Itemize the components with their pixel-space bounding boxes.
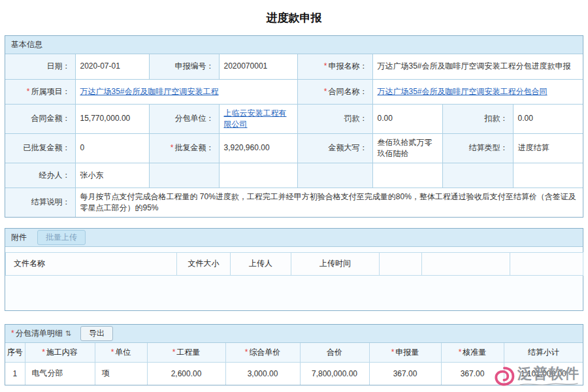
attachments-body: 文件名称 文件大小 上传人 上传时间 — [5, 247, 583, 310]
required-icon: * — [245, 348, 248, 357]
form-row-project: *所属项目： 万达广场35#会所及咖啡厅空调安装工程 *合同名称： 万达广场35… — [5, 79, 583, 104]
batch-upload-button[interactable]: 批量上传 — [37, 230, 86, 245]
empty-label-cell — [442, 163, 513, 188]
subcontract-unit-value: 上临云安装工程有限公司 — [219, 104, 297, 133]
basic-info-table: 日期： 2020-07-01 申报编号： 2020070001 *申报名称： 万… — [5, 54, 583, 217]
penalty-value: 0.00 — [372, 104, 442, 133]
empty-value-cell — [372, 163, 442, 188]
contract-name-value: 万达广场35#会所及咖啡厅空调安装工程分包合同 — [372, 79, 583, 104]
project-link[interactable]: 万达广场35#会所及咖啡厅空调安装工程 — [80, 87, 219, 96]
required-icon: * — [42, 348, 45, 357]
required-icon: * — [324, 87, 327, 96]
penalty-label: 罚款： — [297, 104, 372, 133]
declare-name-value: 万达广场35#会所及咖啡厅空调安装工程分包进度款申报 — [372, 54, 583, 79]
cell-construction-content: 电气分部 — [25, 363, 95, 385]
required-icon: * — [391, 348, 395, 357]
declare-name-label: *申报名称： — [297, 54, 372, 79]
col-empty — [422, 252, 510, 275]
settle-desc-label: 结算说明： — [5, 188, 75, 217]
approved-total-value: 0 — [75, 133, 149, 163]
fanpu-logo: 泛普软件 — [492, 364, 580, 389]
approval-amount-value: 3,920,960.00 — [219, 133, 297, 163]
logo-flourish — [519, 382, 579, 387]
page-title: 进度款申报 — [0, 0, 588, 35]
form-row-approval: 已批复金额： 0 *批复金额： 3,920,960.00 金额大写： 叁佰玖拾贰… — [5, 133, 583, 163]
col-empty — [380, 252, 422, 275]
col-total-price: 合价 — [300, 343, 369, 363]
declare-no-value: 2020070001 — [219, 54, 297, 79]
required-icon: * — [171, 143, 174, 152]
col-quantity: *工程量 — [147, 343, 225, 363]
settle-desc-value: 每月按节点支付完成合格工程量的 70%进度款，工程完工并经甲方初验合格支付至完成… — [75, 188, 583, 217]
subcontract-detail-title: 分包清单明细 — [16, 328, 63, 339]
contract-name-link[interactable]: 万达广场35#会所及咖啡厅空调安装工程分包合同 — [378, 87, 547, 96]
declare-no-label: 申报编号： — [149, 54, 219, 79]
col-file-size: 文件大小 — [177, 252, 231, 275]
fanpu-swirl-icon — [492, 364, 515, 389]
form-row-amounts: 合同金额： 15,770,000.00 分包单位： 上临云安装工程有限公司 罚款… — [5, 104, 583, 133]
export-button[interactable]: 导出 — [80, 326, 113, 341]
amount-caps-label: 金额大写： — [297, 133, 372, 163]
basic-info-title: 基本信息 — [11, 39, 42, 50]
attachments-panel: 附件 批量上传 文件名称 文件大小 上传人 上传时间 — [5, 228, 583, 311]
basic-info-panel: 基本信息 日期： 2020-07-01 申报编号： 2020070001 *申报… — [5, 35, 583, 218]
subcontract-detail-header: * 分包清单明细 ⇅ 导出 — [5, 325, 583, 343]
cell-unit-price: 3,000.00 — [225, 363, 300, 385]
cell-declared-qty: 367.00 — [369, 363, 441, 385]
col-construction-content: *施工内容 — [25, 343, 95, 363]
required-icon: * — [27, 87, 30, 96]
required-icon: * — [459, 348, 462, 357]
col-unit: *单位 — [95, 343, 147, 363]
deduction-value: 0.00 — [513, 104, 583, 133]
deduction-label: 扣款： — [442, 104, 513, 133]
required-icon: * — [111, 348, 114, 357]
form-row-settle-desc: 结算说明： 每月按节点支付完成合格工程量的 70%进度款，工程完工并经甲方初验合… — [5, 188, 583, 217]
col-uploader: 上传人 — [231, 252, 291, 275]
col-approved-qty: *核准量 — [441, 343, 504, 363]
settle-type-label: 结算类型： — [442, 133, 513, 163]
cell-quantity: 2,600.00 — [147, 363, 225, 385]
cell-unit: 项 — [95, 363, 147, 385]
empty-label-cell — [297, 163, 372, 188]
project-value: 万达广场35#会所及咖啡厅空调安装工程 — [75, 79, 297, 104]
col-declared-qty: *申报量 — [369, 343, 441, 363]
cell-seq: 1 — [5, 363, 25, 385]
basic-info-header: 基本信息 — [5, 36, 583, 54]
col-upload-time: 上传时间 — [291, 252, 380, 275]
required-icon: * — [172, 348, 176, 357]
amount-caps-value: 叁佰玖拾贰万零玖佰陆拾 — [372, 133, 442, 163]
form-row-date: 日期： 2020-07-01 申报编号： 2020070001 *申报名称： 万… — [5, 54, 583, 79]
col-empty — [510, 252, 583, 275]
attachments-empty-area — [5, 276, 583, 310]
empty-label-cell — [149, 163, 219, 188]
contract-name-label: *合同名称： — [297, 79, 372, 104]
subcontract-unit-link[interactable]: 上临云安装工程有限公司 — [224, 108, 287, 129]
col-seq: 序号 — [5, 343, 25, 363]
approved-total-label: 已批复金额： — [5, 133, 75, 163]
approval-amount-label: *批复金额： — [149, 133, 219, 163]
empty-value-cell — [219, 163, 297, 188]
project-label: *所属项目： — [5, 79, 75, 104]
fanpu-logo-text: 泛普软件 — [517, 366, 580, 382]
attachments-header: 附件 批量上传 — [5, 229, 583, 247]
date-value: 2020-07-01 — [75, 54, 149, 79]
required-icon: * — [324, 61, 327, 71]
attachments-table: 文件名称 文件大小 上传人 上传时间 — [5, 252, 583, 276]
date-label: 日期： — [5, 54, 75, 79]
operator-value: 张小东 — [75, 163, 149, 188]
operator-label: 经办人： — [5, 163, 75, 188]
detail-header-row: 序号 *施工内容 *单位 *工程量 *综合单价 合价 *申报量 *核准量 结算小… — [5, 343, 583, 363]
empty-value-cell — [513, 163, 583, 188]
form-row-operator: 经办人： 张小东 — [5, 163, 583, 188]
col-file-name: 文件名称 — [6, 252, 177, 275]
contract-amount-label: 合同金额： — [5, 104, 75, 133]
contract-amount-value: 15,770,000.00 — [75, 104, 149, 133]
required-icon: * — [11, 329, 14, 338]
sort-icon[interactable]: ⇅ — [65, 329, 71, 338]
col-unit-price: *综合单价 — [225, 343, 300, 363]
attachments-title: 附件 — [11, 232, 27, 243]
cell-total-price: 7,800,000.00 — [300, 363, 369, 385]
settle-type-value: 进度结算 — [513, 133, 583, 163]
subcontract-unit-label: 分包单位： — [149, 104, 219, 133]
col-settle-subtotal: 结算小计 — [504, 343, 583, 363]
